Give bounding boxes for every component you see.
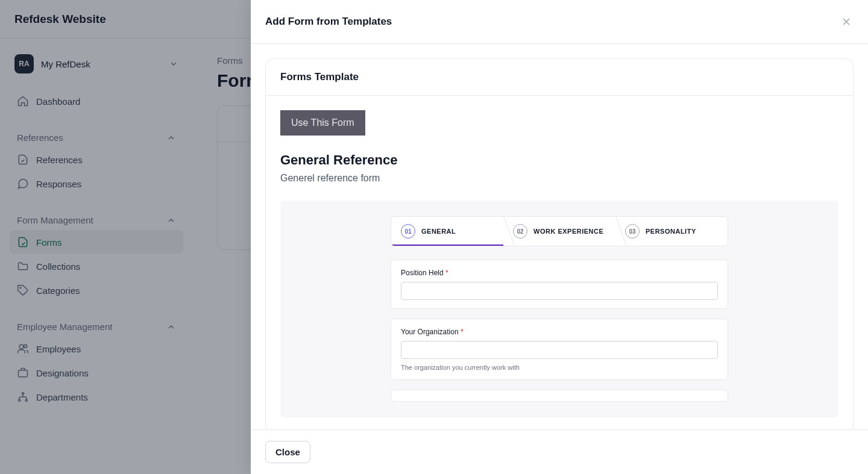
step-work-experience[interactable]: 02 WORK EXPERIENCE	[503, 217, 615, 246]
template-description: Generel reference form	[280, 173, 838, 184]
required-indicator: *	[445, 269, 448, 277]
field-label: Position Held *	[401, 269, 718, 277]
step-label: GENERAL	[421, 228, 456, 235]
use-this-form-button[interactable]: Use This Form	[280, 110, 365, 136]
template-card-body: Use This Form General Reference Generel …	[266, 96, 853, 429]
form-preview: 01 GENERAL 02 WORK EXPERIENCE 03 PERSONA…	[280, 201, 838, 417]
field-hint: The organization you currently work with	[401, 364, 718, 371]
field-label-text: Your Organization	[401, 328, 459, 336]
close-button[interactable]	[839, 14, 854, 29]
required-indicator: *	[461, 328, 464, 336]
text-input[interactable]	[401, 341, 718, 359]
step-general[interactable]: 01 GENERAL	[391, 217, 503, 246]
drawer-title: Add Form from Templates	[265, 16, 392, 28]
drawer-footer: Close	[251, 429, 868, 474]
step-number: 02	[513, 224, 527, 239]
template-card: Forms Template Use This Form General Ref…	[265, 58, 854, 429]
step-personality[interactable]: 03 PERSONALITY	[615, 217, 728, 246]
field-your-organization: Your Organization * The organization you…	[391, 319, 728, 380]
drawer-body[interactable]: Forms Template Use This Form General Ref…	[251, 44, 868, 429]
field-position-held: Position Held *	[391, 260, 728, 309]
text-input[interactable]	[401, 282, 718, 300]
step-number: 01	[401, 224, 415, 239]
template-card-title: Forms Template	[266, 59, 853, 96]
close-footer-button[interactable]: Close	[265, 441, 310, 463]
close-icon	[840, 16, 852, 28]
field-label-text: Position Held	[401, 269, 444, 277]
step-number: 03	[625, 224, 640, 239]
template-name: General Reference	[280, 152, 838, 168]
field-label: Your Organization *	[401, 328, 718, 336]
form-stepper: 01 GENERAL 02 WORK EXPERIENCE 03 PERSONA…	[391, 216, 728, 246]
template-drawer: Add Form from Templates Forms Template U…	[251, 0, 868, 474]
step-label: PERSONALITY	[646, 228, 696, 235]
drawer-header: Add Form from Templates	[251, 0, 868, 44]
step-label: WORK EXPERIENCE	[533, 228, 603, 235]
field-partial	[391, 390, 728, 402]
